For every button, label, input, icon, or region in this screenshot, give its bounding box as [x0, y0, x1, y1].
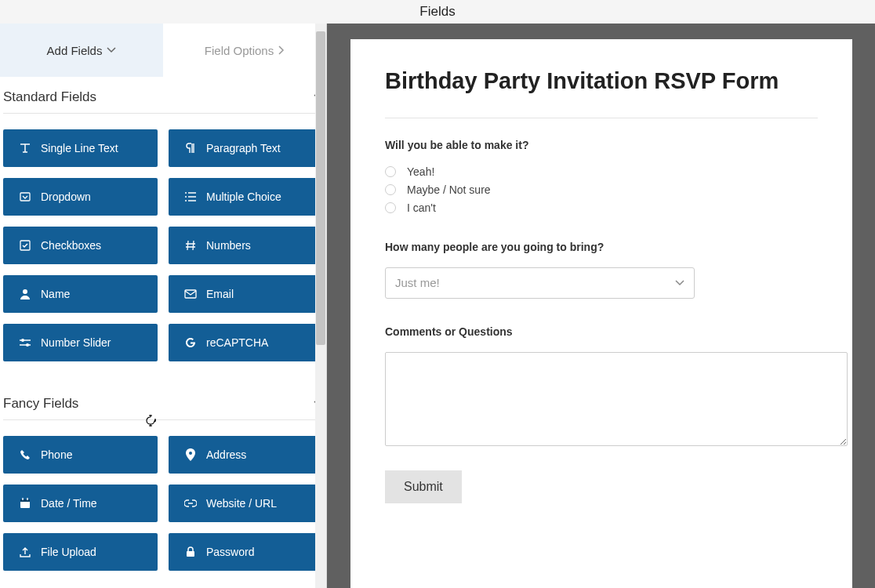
- chevron-right-icon: [278, 45, 285, 55]
- field-address[interactable]: Address: [169, 436, 323, 474]
- scrollbar[interactable]: [315, 24, 326, 588]
- field-label: Numbers: [206, 239, 251, 252]
- field-label: Multiple Choice: [206, 191, 281, 203]
- svg-point-2: [23, 289, 27, 294]
- radio-label: Maybe / Not sure: [407, 183, 491, 196]
- q3-label: Comments or Questions: [385, 325, 818, 338]
- scrollbar-thumb[interactable]: [316, 31, 325, 345]
- field-date-time[interactable]: Date / Time: [3, 485, 158, 522]
- svg-point-5: [26, 343, 29, 347]
- text-icon: [19, 142, 31, 154]
- lock-icon: [184, 546, 197, 558]
- section-standard-fields[interactable]: Standard Fields: [3, 77, 323, 114]
- user-icon: [19, 288, 31, 300]
- radio-icon: [385, 202, 396, 213]
- field-multiple-choice[interactable]: Multiple Choice: [169, 178, 323, 216]
- link-icon: [184, 497, 197, 510]
- left-panel: Add Fields Field Options Standard Fields…: [0, 24, 327, 588]
- q2-label: How many people are you going to bring?: [385, 241, 818, 253]
- field-label: File Upload: [41, 546, 96, 558]
- field-file-upload[interactable]: File Upload: [3, 533, 158, 571]
- dropdown-icon: [19, 191, 31, 203]
- tab-field-options-label: Field Options: [205, 44, 274, 57]
- svg-rect-8: [20, 499, 30, 502]
- field-email[interactable]: Email: [169, 275, 323, 313]
- field-single-line-text[interactable]: Single Line Text: [3, 129, 158, 167]
- field-phone[interactable]: Phone: [3, 436, 158, 474]
- field-label: Dropdown: [41, 191, 91, 203]
- radio-option[interactable]: Yeah!: [385, 165, 818, 178]
- comments-textarea[interactable]: [385, 352, 848, 446]
- field-paragraph-text[interactable]: Paragraph Text: [169, 129, 323, 167]
- svg-rect-9: [187, 551, 194, 557]
- field-label: Name: [41, 288, 70, 300]
- people-select-value: Just me!: [395, 276, 440, 289]
- slider-icon: [19, 336, 31, 349]
- section-fancy-label: Fancy Fields: [3, 396, 78, 412]
- svg-point-4: [21, 339, 24, 342]
- field-label: reCAPTCHA: [206, 336, 268, 349]
- radio-icon: [385, 166, 396, 177]
- field-name[interactable]: Name: [3, 275, 158, 313]
- field-label: Website / URL: [206, 497, 277, 510]
- field-label: Paragraph Text: [206, 142, 281, 154]
- svg-point-6: [189, 452, 192, 455]
- check-square-icon: [19, 239, 31, 252]
- section-fancy-fields[interactable]: Fancy Fields: [3, 383, 323, 420]
- chevron-down-icon: [107, 47, 116, 53]
- section-standard-label: Standard Fields: [3, 89, 96, 105]
- hash-icon: [184, 239, 197, 252]
- svg-rect-3: [185, 290, 196, 298]
- google-icon: [184, 336, 197, 349]
- field-website-url[interactable]: Website / URL: [169, 485, 323, 522]
- calendar-icon: [19, 497, 31, 510]
- tab-field-options[interactable]: Field Options: [163, 24, 326, 77]
- tab-add-fields[interactable]: Add Fields: [0, 24, 163, 77]
- field-label: Email: [206, 288, 234, 300]
- phone-icon: [19, 448, 31, 461]
- pin-icon: [184, 448, 197, 461]
- field-label: Single Line Text: [41, 142, 118, 154]
- mail-icon: [184, 288, 197, 300]
- field-label: Date / Time: [41, 497, 97, 510]
- radio-icon: [385, 184, 396, 195]
- header-title: Fields: [0, 0, 875, 24]
- list-icon: [184, 191, 197, 203]
- q1-label: Will you be able to make it?: [385, 139, 818, 151]
- field-password[interactable]: Password: [169, 533, 323, 571]
- field-number-slider[interactable]: Number Slider: [3, 324, 158, 361]
- divider: [385, 118, 818, 118]
- field-label: Checkboxes: [41, 239, 101, 252]
- field-label: Address: [206, 448, 246, 461]
- field-numbers[interactable]: Numbers: [169, 227, 323, 264]
- field-recaptcha[interactable]: reCAPTCHA: [169, 324, 323, 361]
- radio-option[interactable]: I can't: [385, 201, 818, 214]
- tab-add-fields-label: Add Fields: [47, 44, 103, 57]
- upload-icon: [19, 546, 31, 558]
- radio-label: I can't: [407, 201, 436, 214]
- paragraph-icon: [184, 142, 197, 154]
- people-select[interactable]: Just me!: [385, 267, 695, 299]
- radio-option[interactable]: Maybe / Not sure: [385, 183, 818, 196]
- field-label: Password: [206, 546, 254, 558]
- field-checkboxes[interactable]: Checkboxes: [3, 227, 158, 264]
- form-preview: Birthday Party Invitation RSVP Form Will…: [350, 39, 852, 588]
- form-title: Birthday Party Invitation RSVP Form: [385, 69, 818, 94]
- field-dropdown[interactable]: Dropdown: [3, 178, 158, 216]
- field-label: Phone: [41, 448, 72, 461]
- preview-area: Birthday Party Invitation RSVP Form Will…: [327, 24, 875, 588]
- svg-rect-0: [20, 193, 30, 201]
- submit-button[interactable]: Submit: [385, 470, 462, 503]
- field-label: Number Slider: [41, 336, 111, 349]
- radio-label: Yeah!: [407, 165, 434, 178]
- chevron-down-icon: [675, 280, 684, 286]
